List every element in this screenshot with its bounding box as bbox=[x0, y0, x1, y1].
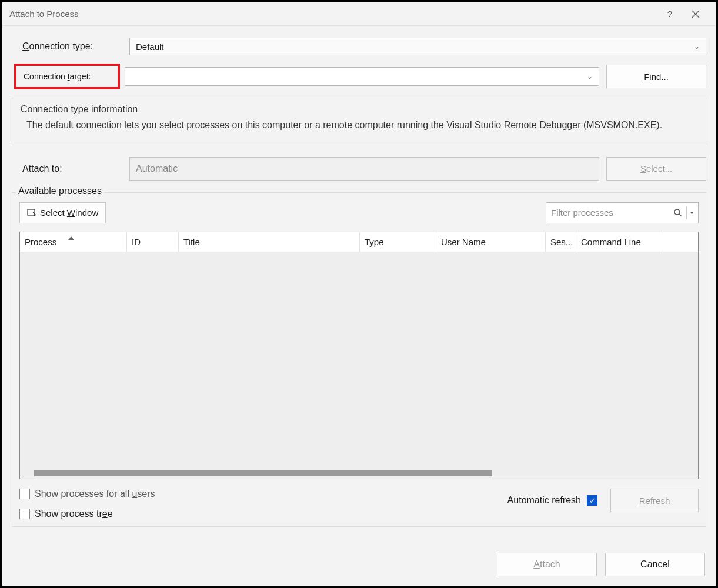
column-header-user[interactable]: User Name bbox=[436, 232, 546, 252]
connection-type-value: Default bbox=[136, 42, 164, 52]
available-processes-group: Available processes Select Window Filter… bbox=[12, 192, 706, 527]
connection-target-label-highlight: Connection target: bbox=[14, 64, 120, 89]
show-all-users-label: Show processes for all users bbox=[35, 489, 155, 499]
select-window-icon bbox=[27, 208, 36, 218]
cancel-button[interactable]: Cancel bbox=[605, 553, 705, 576]
attach-to-label: Attach to: bbox=[12, 163, 129, 174]
connection-type-info-group: Connection type information The default … bbox=[12, 98, 706, 145]
connection-type-select[interactable]: Default ⌄ bbox=[129, 38, 706, 55]
process-table-header: ProcessIDTitleTypeUser NameSes...Command… bbox=[20, 232, 698, 252]
show-all-users-checkbox[interactable]: Show processes for all users bbox=[19, 489, 155, 499]
select-window-button[interactable]: Select Window bbox=[19, 202, 106, 223]
connection-type-row: Connection type: Default ⌄ bbox=[12, 38, 706, 55]
automatic-refresh-checkbox[interactable]: ✓ bbox=[587, 495, 597, 506]
refresh-button[interactable]: Refresh bbox=[610, 489, 699, 512]
column-header-process[interactable]: Process bbox=[20, 232, 127, 252]
horizontal-scrollbar[interactable] bbox=[20, 468, 698, 479]
filter-placeholder: Filter processes bbox=[551, 208, 673, 218]
select-window-label: Select Window bbox=[40, 208, 98, 218]
select-button[interactable]: Select... bbox=[606, 157, 706, 181]
automatic-refresh-label: Automatic refresh bbox=[507, 495, 581, 506]
find-button[interactable]: Find... bbox=[606, 65, 706, 88]
column-header-type[interactable]: Type bbox=[360, 232, 436, 252]
attach-to-row: Attach to: Automatic Select... bbox=[12, 157, 706, 181]
dropdown-caret-icon[interactable]: ▾ bbox=[690, 209, 693, 216]
attach-to-process-dialog: Attach to Process ? Connection type: Def… bbox=[2, 2, 716, 586]
process-table-body[interactable] bbox=[20, 252, 698, 468]
connection-target-row: Connection target: ⌄ Find... bbox=[12, 64, 706, 89]
process-options-row: Show processes for all users Show proces… bbox=[19, 486, 699, 519]
svg-point-1 bbox=[674, 209, 680, 215]
search-icon bbox=[673, 208, 683, 218]
connection-target-label: Connection target: bbox=[24, 72, 91, 81]
dialog-footer: Attach Cancel bbox=[2, 544, 716, 586]
attach-button[interactable]: Attach bbox=[497, 553, 597, 576]
connection-info-text: The default connection lets you select p… bbox=[21, 118, 697, 133]
column-header-cmd[interactable]: Command Line bbox=[576, 232, 663, 252]
show-process-tree-label: Show process tree bbox=[35, 509, 113, 519]
svg-rect-0 bbox=[28, 209, 35, 215]
connection-target-select[interactable]: ⌄ bbox=[125, 67, 599, 86]
chevron-down-icon: ⌄ bbox=[694, 42, 700, 51]
dialog-body: Connection type: Default ⌄ Connection ta… bbox=[2, 26, 716, 544]
window-title: Attach to Process bbox=[9, 9, 657, 19]
attach-to-field: Automatic bbox=[129, 157, 599, 181]
auto-refresh-row: Automatic refresh ✓ Refresh bbox=[507, 489, 699, 512]
scrollbar-track bbox=[22, 470, 696, 476]
separator bbox=[686, 206, 687, 219]
attach-to-value: Automatic bbox=[136, 163, 178, 174]
titlebar: Attach to Process ? bbox=[2, 2, 716, 26]
scrollbar-thumb[interactable] bbox=[34, 470, 492, 476]
checkbox-icon bbox=[19, 509, 30, 519]
available-processes-legend: Available processes bbox=[16, 186, 104, 196]
show-process-tree-checkbox[interactable]: Show process tree bbox=[19, 509, 155, 519]
help-button[interactable]: ? bbox=[657, 2, 683, 26]
checkbox-icon bbox=[19, 489, 30, 499]
close-button[interactable] bbox=[683, 2, 709, 26]
filter-processes-input[interactable]: Filter processes ▾ bbox=[546, 202, 699, 223]
process-table: ProcessIDTitleTypeUser NameSes...Command… bbox=[19, 232, 699, 479]
column-header-title[interactable]: Title bbox=[179, 232, 360, 252]
connection-type-label: Connection type: bbox=[12, 41, 129, 52]
available-processes-toolbar: Select Window Filter processes ▾ bbox=[19, 202, 699, 223]
connection-info-heading: Connection type information bbox=[21, 104, 697, 115]
column-header-session[interactable]: Ses... bbox=[546, 232, 576, 252]
column-header-id[interactable]: ID bbox=[127, 232, 179, 252]
chevron-down-icon: ⌄ bbox=[587, 72, 593, 81]
checkbox-column: Show processes for all users Show proces… bbox=[19, 489, 155, 519]
